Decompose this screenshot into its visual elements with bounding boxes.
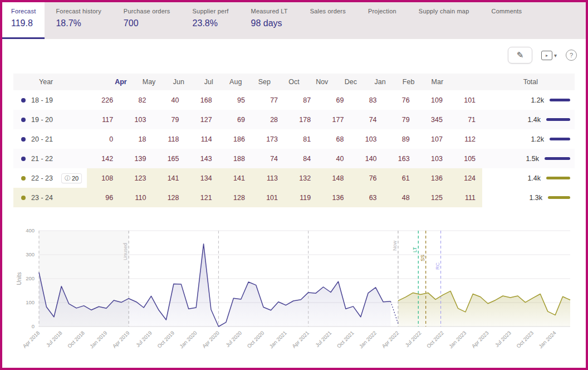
month-value-cell: 81: [285, 129, 317, 149]
tab-label: Forecast history: [56, 8, 101, 14]
x-tick-label: Jan 2023: [448, 330, 467, 349]
tab-supplier-perf[interactable]: Supplier perf23.8%: [182, 2, 240, 39]
app-frame: Forecast119.8Forecast history18.7%Purcha…: [2, 2, 586, 368]
month-value-cell: 63: [350, 188, 383, 207]
month-value-cell: 118: [153, 129, 185, 149]
month-value-cell: 148: [317, 168, 350, 188]
units-chart-svg[interactable]: 0100200300400UnitsUnusedNowLTSSRCApr 201…: [13, 224, 579, 368]
table-header-row: YearAprMayJunJulAugSepOctNovDecJanFebMar…: [13, 74, 575, 90]
month-value-cell: 165: [153, 149, 185, 168]
total-value: 1.2k: [531, 96, 544, 104]
month-value-cell: 103: [350, 129, 383, 149]
x-tick-label: Apr 2023: [471, 330, 490, 349]
month-value-cell: 132: [285, 168, 317, 188]
total-bar: [550, 138, 570, 140]
x-tick-label: Jan 2019: [89, 330, 108, 349]
total-bar: [550, 99, 570, 101]
year-label: 23 - 24: [31, 194, 53, 202]
year-label: 21 - 22: [31, 155, 53, 163]
month-value-cell: 69: [219, 110, 252, 129]
connector-line: [391, 301, 398, 324]
x-tick-label: Jul 2020: [224, 330, 243, 348]
month-value-cell: 77: [252, 90, 285, 110]
month-value-cell: 96: [87, 188, 120, 207]
month-value-cell: 177: [317, 110, 350, 129]
month-value-cell: 226: [87, 90, 120, 110]
series-dot: [21, 137, 26, 142]
month-value-cell: 186: [219, 129, 252, 149]
x-tick-label: Apr 2021: [291, 330, 310, 349]
x-tick-label: Oct 2022: [425, 330, 445, 349]
month-value-cell: 101: [449, 90, 482, 110]
year-label: 20 - 21: [31, 135, 53, 143]
tab-label: Supply chain map: [419, 8, 469, 14]
play-button[interactable]: ▸ ▾: [541, 51, 557, 60]
table-row-23-24[interactable]: 23 - 24961101281211281011191366348125111…: [13, 188, 575, 207]
tab-bar: Forecast119.8Forecast history18.7%Purcha…: [2, 2, 586, 39]
tab-value: 98 days: [251, 18, 288, 28]
column-header-may: May: [134, 74, 163, 90]
x-tick-label: Apr 2020: [201, 330, 220, 349]
x-tick-label: Apr 2019: [111, 330, 131, 349]
marker-label-unused: Unused: [122, 243, 128, 260]
year-label: 19 - 20: [31, 116, 53, 124]
month-value-cell: 107: [416, 129, 449, 149]
month-value-cell: 163: [384, 149, 416, 168]
year-cell: 19 - 20: [13, 110, 87, 129]
table-row-19-20[interactable]: 19 - 201171037912769281781777479345711.4…: [13, 110, 575, 129]
tab-forecast[interactable]: Forecast119.8: [2, 2, 45, 39]
x-tick-label: Jan 2024: [537, 330, 557, 349]
tab-label: Comments: [492, 8, 522, 14]
tab-comments[interactable]: Comments: [481, 2, 533, 39]
month-value-cell: 76: [384, 90, 416, 110]
month-value-cell: 117: [87, 110, 120, 129]
year-cell: 20 - 21: [13, 129, 87, 149]
tab-forecast-history[interactable]: Forecast history18.7%: [45, 2, 112, 39]
month-value-cell: 74: [350, 110, 383, 129]
help-button[interactable]: ?: [566, 50, 577, 61]
month-value-cell: 18: [120, 129, 153, 149]
x-tick-label: Oct 2023: [515, 330, 535, 349]
column-header-dec: Dec: [335, 74, 364, 90]
tab-label: Supplier perf: [193, 8, 229, 14]
total-value: 1.3k: [529, 194, 542, 202]
marker-label-ss: SS: [420, 255, 425, 261]
info-badge[interactable]: ⓘ20: [62, 174, 81, 183]
year-cell: 23 - 24: [13, 188, 87, 207]
series-dot: [21, 176, 26, 181]
total-cell: 1.5k: [482, 149, 575, 168]
tab-supply-chain-map[interactable]: Supply chain map: [408, 2, 481, 39]
month-value-cell: 79: [384, 110, 416, 129]
tab-purchase-orders[interactable]: Purchase orders700: [112, 2, 182, 39]
table-row-21-22[interactable]: 21 - 22142139165143188748440140163103105…: [13, 149, 575, 168]
month-value-cell: 89: [384, 129, 416, 149]
month-value-cell: 0: [87, 129, 120, 149]
table-row-20-21[interactable]: 20 - 210181181141861738168103891071121.2…: [13, 129, 575, 149]
tab-label: Sales orders: [310, 8, 346, 14]
edit-button[interactable]: ✎: [508, 47, 532, 64]
x-tick-label: Oct 2018: [66, 330, 86, 349]
tab-projection[interactable]: Projection: [357, 2, 408, 39]
x-tick-label: Oct 2020: [246, 330, 265, 349]
column-header-year: Year: [13, 74, 105, 90]
total-cell: 1.4k: [482, 168, 575, 188]
column-header-apr: Apr: [105, 74, 134, 90]
month-value-cell: 83: [350, 90, 383, 110]
column-header-nov: Nov: [306, 74, 335, 90]
tab-sales-orders[interactable]: Sales orders: [299, 2, 357, 39]
y-tick-label: 200: [26, 275, 35, 281]
month-value-cell: 76: [350, 168, 383, 188]
table-row-22-23[interactable]: 22 - 23ⓘ20108123141134141113132148766113…: [13, 168, 575, 188]
marker-label-now: Now: [392, 240, 398, 251]
x-tick-label: Jan 2021: [268, 330, 287, 349]
total-cell: 1.2k: [482, 129, 575, 149]
units-chart: 0100200300400UnitsUnusedNowLTSSRCApr 201…: [13, 224, 575, 368]
month-value-cell: 127: [186, 110, 219, 129]
month-value-cell: 110: [120, 188, 153, 207]
tab-measured-lt[interactable]: Measured LT98 days: [240, 2, 299, 39]
table-row-18-19[interactable]: 18 - 1922682401689577876983761091011.2k: [13, 90, 575, 110]
month-value-cell: 136: [317, 188, 350, 207]
month-value-cell: 112: [449, 129, 482, 149]
month-value-cell: 136: [416, 168, 449, 188]
month-value-cell: 84: [285, 149, 317, 168]
